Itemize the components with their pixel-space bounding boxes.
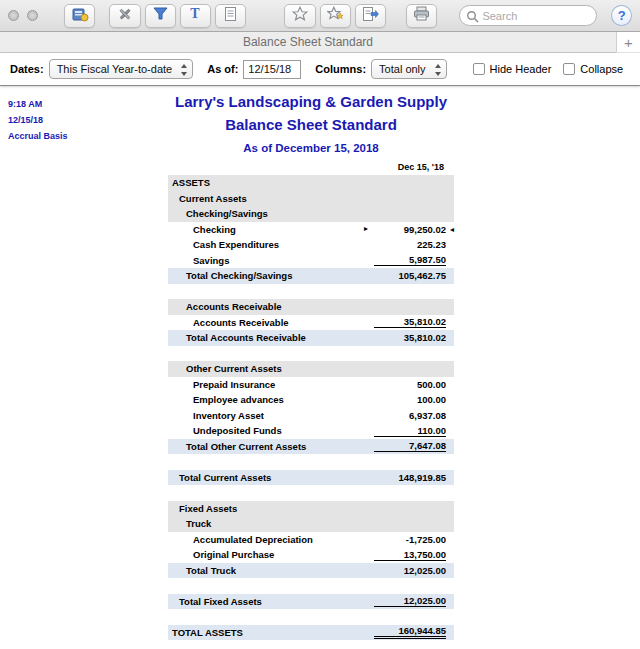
drilldown-arrow-icon: ◂ — [450, 226, 454, 234]
report-row[interactable]: Employee advances100.00 — [168, 392, 454, 408]
company-name: Larry's Landscaping & Garden Supply — [168, 92, 454, 112]
format-button[interactable]: T — [180, 4, 211, 28]
report-row[interactable]: Other Current Assets — [168, 361, 454, 377]
report-row[interactable]: Truck — [168, 516, 454, 532]
report-row[interactable]: TOTAL ASSETS160,944.85 — [168, 625, 454, 641]
report-row[interactable]: Inventory Asset6,937.08 — [168, 408, 454, 424]
row-value: 99,250.02 — [374, 224, 446, 235]
report-generated-time: 9:18 AM — [8, 99, 42, 109]
asof-date-input[interactable] — [243, 60, 301, 79]
report-row[interactable]: Total Fixed Assets12,025.00 — [168, 594, 454, 610]
help-button[interactable]: ? — [611, 5, 632, 26]
row-value: 35,810.02 — [374, 316, 446, 328]
row-label: Original Purchase — [168, 549, 374, 560]
search-input[interactable] — [459, 5, 597, 26]
drilldown-arrow-icon: ▸ — [364, 225, 368, 233]
report-row[interactable]: Total Checking/Savings105,462.75 — [168, 268, 454, 284]
row-label: Checking — [168, 224, 364, 235]
search-field — [459, 5, 597, 26]
row-label: Total Truck — [168, 565, 374, 576]
row-value: 225.23 — [374, 239, 446, 250]
row-value: 110.00 — [374, 425, 446, 437]
columns-label: Columns: — [315, 63, 366, 75]
window-controls — [8, 10, 38, 21]
columns-dropdown[interactable]: Total only — [371, 59, 446, 79]
report-row[interactable]: Fixed Assets — [168, 501, 454, 517]
row-value: -1,725.00 — [374, 534, 446, 545]
accounts-icon — [71, 6, 89, 26]
row-label: Total Other Current Assets — [168, 441, 374, 452]
report-row[interactable]: Total Accounts Receivable35,810.02 — [168, 330, 454, 346]
report-generated-date: 12/15/18 — [8, 115, 43, 125]
report-spacer-row — [168, 346, 454, 362]
favorite-button[interactable] — [284, 4, 315, 28]
report-spacer-row — [168, 454, 454, 470]
report-title: Balance Sheet Standard — [168, 115, 454, 135]
report-row[interactable]: ASSETS — [168, 175, 454, 191]
row-label: Undeposited Funds — [168, 425, 374, 436]
favorite-add-button[interactable] — [320, 4, 351, 28]
hide-header-label: Hide Header — [490, 63, 552, 75]
report-row[interactable]: Current Assets — [168, 191, 454, 207]
customize-button[interactable] — [109, 4, 140, 28]
print-button[interactable] — [406, 4, 437, 28]
row-value: 100.00 — [374, 394, 446, 405]
dates-label: Dates: — [10, 63, 44, 75]
row-label: Checking/Savings — [168, 208, 446, 219]
row-label: Accounts Receivable — [168, 317, 374, 328]
row-label: Accumulated Depreciation — [168, 534, 374, 545]
report-row[interactable]: Savings5,987.50 — [168, 253, 454, 269]
collapse-label: Collapse — [580, 63, 623, 75]
row-value: 7,647.08 — [374, 440, 446, 452]
dates-dropdown-value: This Fiscal Year-to-date — [57, 63, 173, 75]
report-row[interactable]: Total Other Current Assets7,647.08 — [168, 439, 454, 455]
report-row[interactable]: Cash Expenditures225.23 — [168, 237, 454, 253]
row-value: 148,919.85 — [374, 472, 446, 483]
memorize-button[interactable] — [215, 4, 246, 28]
accounts-button[interactable] — [64, 4, 95, 28]
search-icon — [466, 9, 479, 27]
tools-icon — [117, 6, 133, 26]
report-row[interactable]: Undeposited Funds110.00 — [168, 423, 454, 439]
add-tab-button[interactable]: + — [616, 32, 640, 53]
report-row[interactable]: Prepaid Insurance500.00 — [168, 377, 454, 393]
asof-label: As of: — [207, 63, 238, 75]
row-label: Savings — [168, 255, 374, 266]
format-text-icon: T — [188, 6, 202, 25]
row-label: Fixed Assets — [168, 503, 446, 514]
column-header: Dec 15, '18 — [168, 162, 454, 172]
window-minimize-button[interactable] — [27, 10, 38, 21]
row-label: ASSETS — [168, 177, 446, 188]
report-area: 9:18 AM 12/15/18 Accrual Basis Larry's L… — [0, 86, 640, 649]
export-button[interactable] — [355, 4, 386, 28]
svg-text:T: T — [191, 6, 201, 21]
report-spacer-row — [168, 609, 454, 625]
row-label: TOTAL ASSETS — [168, 627, 374, 638]
row-value: 105,462.75 — [374, 270, 446, 281]
report-row[interactable]: Total Truck12,025.00 — [168, 563, 454, 579]
report-row[interactable]: Original Purchase13,750.00 — [168, 547, 454, 563]
columns-dropdown-value: Total only — [379, 63, 425, 75]
hide-header-checkbox[interactable]: Hide Header — [473, 63, 552, 75]
collapse-checkbox[interactable]: Collapse — [563, 63, 623, 75]
row-label: Truck — [168, 518, 446, 529]
dates-dropdown[interactable]: This Fiscal Year-to-date — [49, 59, 194, 79]
report-subtitle: As of December 15, 2018 — [168, 142, 454, 154]
row-value: 12,025.00 — [374, 565, 446, 576]
document-icon — [224, 6, 237, 26]
row-label: Accounts Receivable — [168, 301, 446, 312]
filter-button[interactable] — [145, 4, 176, 28]
report-row[interactable]: Accounts Receivable — [168, 299, 454, 315]
row-value: 500.00 — [374, 379, 446, 390]
report-row[interactable]: Checking▸99,250.02◂ — [168, 222, 454, 238]
report-row[interactable]: Total Current Assets148,919.85 — [168, 470, 454, 486]
report-row[interactable]: Accounts Receivable35,810.02 — [168, 315, 454, 331]
report-row[interactable]: Accumulated Depreciation-1,725.00 — [168, 532, 454, 548]
row-value: 12,025.00 — [374, 595, 446, 607]
window-close-button[interactable] — [8, 10, 19, 21]
row-label: Total Current Assets — [168, 472, 374, 483]
row-value: 35,810.02 — [374, 332, 446, 343]
report-spacer-row — [168, 284, 454, 300]
popup-arrows-icon — [434, 64, 442, 76]
report-row[interactable]: Checking/Savings — [168, 206, 454, 222]
